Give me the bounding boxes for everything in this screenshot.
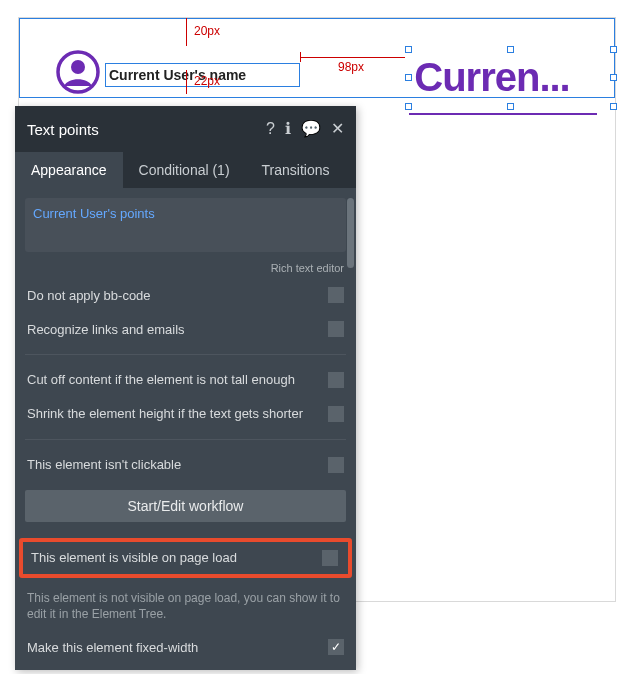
checkbox-shrink[interactable] [328,406,344,422]
row-shrink: Shrink the element height if the text ge… [25,401,346,427]
label-cut-off: Cut off content if the element is not ta… [27,372,295,387]
row-cut-off: Cut off content if the element is not ta… [25,367,346,393]
text-expression-input[interactable]: Current User's points [25,198,346,252]
label-fixed-width: Make this element fixed-width [27,640,198,655]
checkbox-no-bbcode[interactable] [328,287,344,303]
tab-conditional[interactable]: Conditional (1) [123,152,246,188]
row-fixed-width: Make this element fixed-width [25,634,346,660]
username-expression: Current User's name [109,67,246,83]
checkbox-recognize-links[interactable] [328,321,344,337]
measure-gap-label: 98px [338,60,364,74]
tab-transitions[interactable]: Transitions [246,152,346,188]
panel-scrollbar[interactable] [347,198,354,268]
panel-title: Text points [27,121,266,138]
checkbox-fixed-width[interactable] [328,639,344,655]
selection-handle[interactable] [610,74,617,81]
selection-handle[interactable] [610,103,617,110]
measure-line [300,57,405,58]
selection-handle[interactable] [507,46,514,53]
measure-top-label: 20px [194,24,220,38]
close-icon[interactable]: ✕ [331,121,344,137]
comment-icon[interactable]: 💬 [301,121,321,137]
measure-line [186,18,187,46]
highlighted-visible-on-load: This element is visible on page load [19,538,352,578]
section-divider [25,354,346,355]
visibility-hint-text: This element is not visible on page load… [25,588,346,626]
selection-handle[interactable] [405,74,412,81]
row-visible-on-load: This element is visible on page load [29,548,340,568]
checkbox-not-clickable[interactable] [328,457,344,473]
selection-handle[interactable] [507,103,514,110]
label-not-clickable: This element isn't clickable [27,457,181,472]
user-avatar-icon [56,50,100,94]
panel-body: Current User's points Rich text editor D… [15,188,356,670]
measure-line [186,70,187,94]
help-icon[interactable]: ? [266,121,275,137]
points-text-display: Curren... [414,55,569,100]
text-expression-value: Current User's points [33,206,155,221]
underline-decoration [409,113,597,115]
row-no-bbcode: Do not apply bb-code [25,282,346,308]
property-inspector-panel: Text points ? ℹ 💬 ✕ Appearance Condition… [15,106,356,670]
start-edit-workflow-button[interactable]: Start/Edit workflow [25,490,346,522]
label-visible-on-load: This element is visible on page load [31,550,237,565]
section-divider [25,439,346,440]
checkbox-cut-off[interactable] [328,372,344,388]
panel-header[interactable]: Text points ? ℹ 💬 ✕ [15,106,356,152]
selection-handle[interactable] [610,46,617,53]
measure-tick [300,52,301,62]
rich-text-editor-link[interactable]: Rich text editor [25,262,346,274]
selection-handle[interactable] [405,46,412,53]
row-not-clickable: This element isn't clickable [25,452,346,478]
svg-point-1 [71,60,85,74]
row-recognize-links: Recognize links and emails [25,316,346,342]
info-icon[interactable]: ℹ [285,121,291,137]
measure-bottom-label: 22px [194,74,220,88]
selection-handle[interactable] [405,103,412,110]
points-text-element[interactable]: Curren... [387,50,597,105]
label-recognize-links: Recognize links and emails [27,322,185,337]
label-shrink: Shrink the element height if the text ge… [27,406,303,421]
panel-tabs: Appearance Conditional (1) Transitions [15,152,356,188]
label-no-bbcode: Do not apply bb-code [27,288,151,303]
checkbox-visible-on-load[interactable] [322,550,338,566]
tab-appearance[interactable]: Appearance [15,152,123,188]
